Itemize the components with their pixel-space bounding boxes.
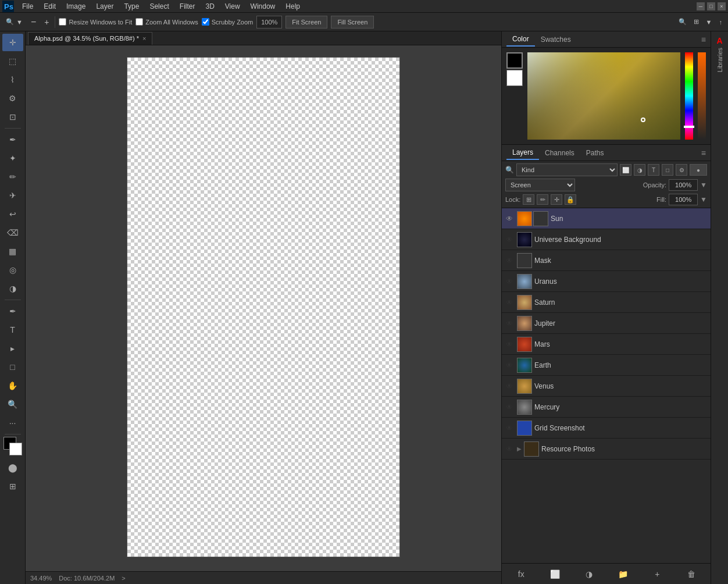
- opacity-dropdown-icon[interactable]: ▼: [700, 181, 707, 189]
- filter-smart-icon[interactable]: ⚙: [676, 164, 687, 176]
- menu-type[interactable]: Type: [119, 1, 144, 12]
- zoom-all-windows-input[interactable]: [135, 18, 143, 26]
- resize-windows-checkbox[interactable]: Resize Windows to Fit: [59, 18, 132, 26]
- menu-file[interactable]: File: [17, 1, 38, 12]
- share-btn[interactable]: ↑: [717, 17, 725, 27]
- hand-tool[interactable]: ✋: [2, 377, 23, 394]
- layer-vis-mercury[interactable]: 👁: [504, 402, 515, 412]
- fill-screen-button[interactable]: Fill Screen: [331, 16, 374, 29]
- maximize-button[interactable]: □: [707, 2, 715, 10]
- color-alpha-slider[interactable]: [698, 52, 706, 140]
- layer-list[interactable]: 👁 Sun 👁 Universe Background: [502, 208, 711, 563]
- brush-tool[interactable]: ✏: [2, 168, 23, 186]
- add-mask-button[interactable]: ⬜: [548, 567, 562, 581]
- layer-vis-saturn[interactable]: 👁: [504, 297, 515, 308]
- layers-tab[interactable]: Layers: [506, 146, 539, 160]
- layer-expand-resource[interactable]: ▶: [517, 446, 522, 452]
- layer-vis-uranus[interactable]: 👁: [504, 276, 515, 287]
- document-tab[interactable]: Alpha.psd @ 34.5% (Sun, RGB/8#) * ×: [28, 32, 152, 45]
- clone-tool[interactable]: ✈: [2, 187, 23, 204]
- layer-item-saturn[interactable]: 👁 Saturn: [502, 292, 711, 313]
- layer-item-jupiter[interactable]: 👁 Jupiter: [502, 313, 711, 334]
- layer-vis-resource[interactable]: 👁: [504, 444, 515, 454]
- quick-select-tool[interactable]: ⚙: [2, 90, 23, 107]
- layer-vis-earth[interactable]: 👁: [504, 360, 515, 371]
- menu-view[interactable]: View: [220, 1, 245, 12]
- scrubby-zoom-input[interactable]: [202, 18, 209, 26]
- fill-dropdown-icon[interactable]: ▼: [700, 195, 707, 204]
- menu-layer[interactable]: Layer: [91, 1, 118, 12]
- history-tool[interactable]: ↩: [2, 205, 23, 223]
- lock-all-icon[interactable]: 🔒: [565, 194, 576, 205]
- filter-shape-icon[interactable]: □: [662, 164, 673, 176]
- swatches-tab[interactable]: Swatches: [535, 33, 577, 46]
- layer-vis-universe[interactable]: 👁: [504, 234, 515, 245]
- layer-vis-mars[interactable]: 👁: [504, 339, 515, 350]
- eyedropper-tool[interactable]: ✒: [2, 131, 23, 148]
- zoom-tool-left[interactable]: 🔍: [2, 396, 23, 413]
- gradient-tool[interactable]: ▦: [2, 243, 23, 260]
- more-tools[interactable]: ···: [2, 414, 23, 432]
- add-adjustment-button[interactable]: ◑: [582, 567, 596, 581]
- close-button[interactable]: ×: [718, 2, 726, 10]
- add-layer-button[interactable]: +: [650, 567, 664, 581]
- marquee-tool[interactable]: ⬚: [2, 52, 23, 70]
- menu-window[interactable]: Window: [246, 1, 280, 12]
- path-select-tool[interactable]: ▸: [2, 340, 23, 357]
- fill-input[interactable]: [669, 194, 698, 205]
- crop-tool[interactable]: ⊡: [2, 108, 23, 126]
- blend-mode-select[interactable]: Screen: [505, 179, 575, 191]
- layer-item-mars[interactable]: 👁 Mars: [502, 334, 711, 355]
- fx-button[interactable]: fx: [514, 567, 528, 581]
- zoom-all-windows-checkbox[interactable]: Zoom All Windows: [135, 18, 198, 26]
- pen-tool[interactable]: ✒: [2, 302, 23, 320]
- move-tool[interactable]: ✛: [2, 34, 23, 51]
- canvas-container[interactable]: [26, 45, 501, 571]
- lock-position-icon[interactable]: ✏: [537, 194, 548, 205]
- layer-item-mercury[interactable]: 👁 Mercury: [502, 397, 711, 418]
- lock-pixels-icon[interactable]: ⊞: [523, 194, 534, 205]
- zoom-in-btn[interactable]: +: [42, 16, 51, 28]
- color-tab[interactable]: Color: [506, 33, 535, 47]
- libraries-panel[interactable]: A Libraries: [711, 31, 728, 584]
- menu-edit[interactable]: Edit: [39, 1, 60, 12]
- tab-close-btn[interactable]: ×: [142, 35, 146, 42]
- layer-item-universe[interactable]: 👁 Universe Background: [502, 229, 711, 250]
- filter-on-icon[interactable]: ●: [690, 164, 707, 176]
- layer-item-uranus[interactable]: 👁 Uranus: [502, 271, 711, 292]
- lasso-tool[interactable]: ⌇: [2, 71, 23, 88]
- layer-vis-mask[interactable]: 👁: [504, 255, 515, 266]
- status-arrow[interactable]: >: [122, 575, 125, 582]
- color-gradient-picker[interactable]: [527, 52, 680, 140]
- opacity-input[interactable]: [669, 179, 698, 191]
- delete-layer-button[interactable]: 🗑: [684, 567, 698, 581]
- paths-tab[interactable]: Paths: [580, 147, 610, 159]
- zoom-tool-btn[interactable]: 🔍 ▼: [3, 17, 25, 27]
- lock-artboard-icon[interactable]: ✛: [551, 194, 562, 205]
- layer-vis-jupiter[interactable]: 👁: [504, 318, 515, 329]
- layer-vis-sun[interactable]: 👁: [504, 213, 515, 224]
- screen-mode-btn[interactable]: ⊞: [2, 478, 23, 495]
- bg-swatch[interactable]: [506, 70, 523, 86]
- color-spectrum[interactable]: [685, 52, 693, 140]
- layer-item-sun[interactable]: 👁 Sun: [502, 208, 711, 229]
- fit-screen-button[interactable]: Fit Screen: [286, 16, 327, 29]
- filter-type-icon[interactable]: T: [648, 164, 659, 176]
- layer-item-venus[interactable]: 👁 Venus: [502, 376, 711, 397]
- workspace-btn[interactable]: ▼: [704, 17, 715, 27]
- layers-panel-menu[interactable]: ≡: [701, 148, 706, 158]
- layer-item-mask[interactable]: 👁 Mask: [502, 250, 711, 271]
- background-color[interactable]: [9, 443, 22, 455]
- color-swatches[interactable]: [3, 437, 22, 455]
- dodge-tool[interactable]: ◑: [2, 280, 23, 297]
- menu-help[interactable]: Help: [281, 1, 305, 12]
- arrange-btn[interactable]: ⊞: [691, 17, 701, 27]
- color-panel-menu[interactable]: ≡: [701, 35, 706, 44]
- layer-item-grid[interactable]: 👁 Grid Screenshot: [502, 418, 711, 439]
- layer-item-resource[interactable]: 👁 ▶ Resource Photos: [502, 439, 711, 460]
- blur-tool[interactable]: ◎: [2, 261, 23, 279]
- add-group-button[interactable]: 📁: [616, 567, 630, 581]
- fg-swatch[interactable]: [506, 52, 523, 69]
- layer-vis-grid[interactable]: 👁: [504, 423, 515, 433]
- quick-mask-btn[interactable]: ⬤: [2, 459, 23, 476]
